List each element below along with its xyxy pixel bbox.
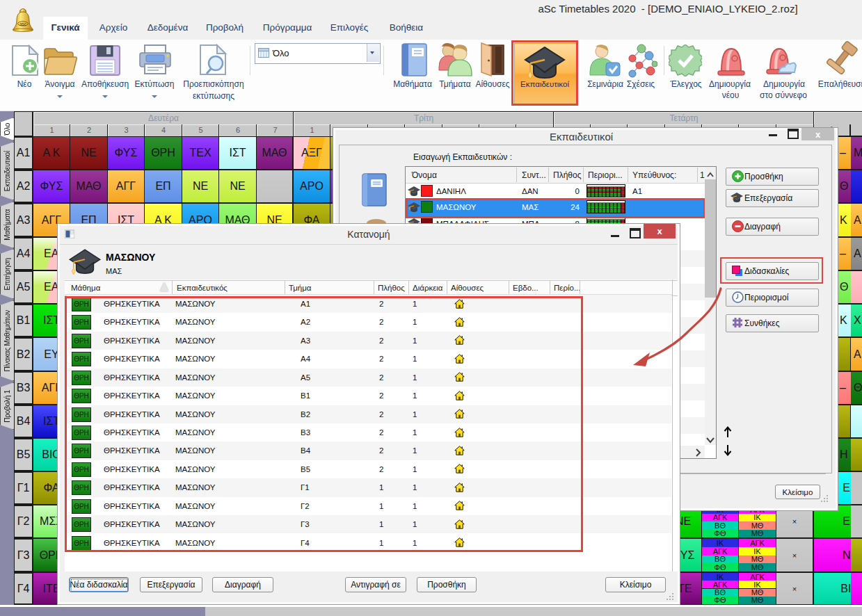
svg-text:asc: asc	[19, 22, 27, 26]
